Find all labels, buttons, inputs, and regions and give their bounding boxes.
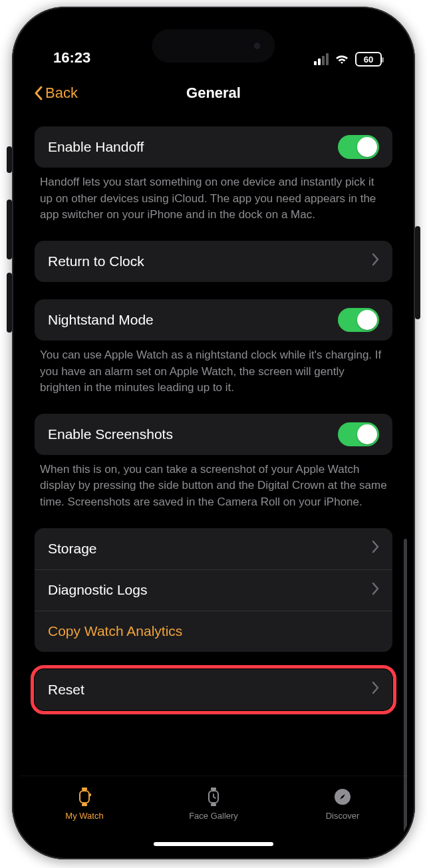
row-copy-watch-analytics[interactable]: Copy Watch Analytics (35, 611, 392, 652)
status-time: 16:23 (53, 49, 90, 67)
screenshots-description: When this is on, you can take a screensh… (35, 455, 392, 511)
screen: 16:23 60 Back General (16, 11, 411, 855)
row-label: Nightstand Mode (48, 312, 338, 328)
battery-level: 60 (364, 55, 373, 65)
chevron-right-icon (371, 540, 379, 557)
side-button-vol-up (7, 200, 12, 259)
row-label: Storage (48, 541, 371, 557)
handoff-description: Handoff lets you start something on one … (35, 168, 392, 223)
chevron-right-icon (371, 582, 379, 599)
battery-indicator: 60 (355, 52, 382, 67)
row-nightstand-mode[interactable]: Nightstand Mode (35, 299, 392, 341)
watch-face-icon (204, 787, 223, 807)
side-button-silent (7, 146, 12, 173)
tab-label: Discover (326, 811, 360, 821)
phone-frame: 16:23 60 Back General (12, 7, 415, 859)
chevron-right-icon (371, 253, 379, 269)
side-button-power (415, 226, 420, 319)
cellular-signal-icon (314, 53, 329, 65)
side-button-vol-down (7, 273, 12, 333)
row-return-to-clock[interactable]: Return to Clock (35, 241, 392, 282)
front-camera (253, 41, 262, 51)
svg-rect-5 (211, 788, 216, 790)
row-label: Diagnostic Logs (48, 582, 371, 598)
tab-face-gallery[interactable]: Face Gallery (150, 787, 277, 821)
svg-rect-6 (211, 803, 216, 806)
row-label: Reset (48, 682, 371, 698)
tab-bar: My Watch Face Gallery Discover (20, 776, 407, 849)
row-enable-screenshots[interactable]: Enable Screenshots (35, 414, 392, 455)
dynamic-island (152, 29, 275, 63)
svg-rect-0 (80, 791, 89, 803)
chevron-right-icon (371, 681, 379, 698)
nav-bar: Back General (16, 73, 411, 113)
back-label: Back (45, 84, 78, 102)
row-label: Copy Watch Analytics (48, 623, 379, 639)
row-label: Enable Screenshots (48, 426, 338, 442)
back-button[interactable]: Back (33, 84, 78, 102)
svg-rect-3 (89, 794, 91, 796)
tab-label: My Watch (65, 811, 103, 821)
home-indicator[interactable] (154, 842, 273, 846)
compass-icon (333, 787, 353, 807)
tab-discover[interactable]: Discover (279, 787, 406, 821)
toggle-handoff[interactable] (338, 135, 379, 159)
row-enable-handoff[interactable]: Enable Handoff (35, 126, 392, 168)
row-label: Enable Handoff (48, 139, 338, 155)
toggle-nightstand[interactable] (338, 308, 379, 332)
content: Enable Handoff Handoff lets you start so… (16, 113, 411, 710)
svg-rect-2 (82, 803, 87, 806)
tab-my-watch[interactable]: My Watch (21, 787, 148, 821)
tab-label: Face Gallery (189, 811, 238, 821)
row-storage[interactable]: Storage (35, 528, 392, 569)
toggle-screenshots[interactable] (338, 422, 379, 446)
row-label: Return to Clock (48, 253, 371, 269)
page-title: General (186, 84, 241, 102)
watch-icon (74, 787, 94, 807)
chevron-left-icon (33, 85, 44, 101)
row-reset[interactable]: Reset (35, 669, 392, 710)
row-diagnostic-logs[interactable]: Diagnostic Logs (35, 569, 392, 611)
nightstand-description: You can use Apple Watch as a nightstand … (35, 341, 392, 396)
wifi-icon (334, 53, 350, 65)
svg-rect-1 (82, 788, 87, 790)
